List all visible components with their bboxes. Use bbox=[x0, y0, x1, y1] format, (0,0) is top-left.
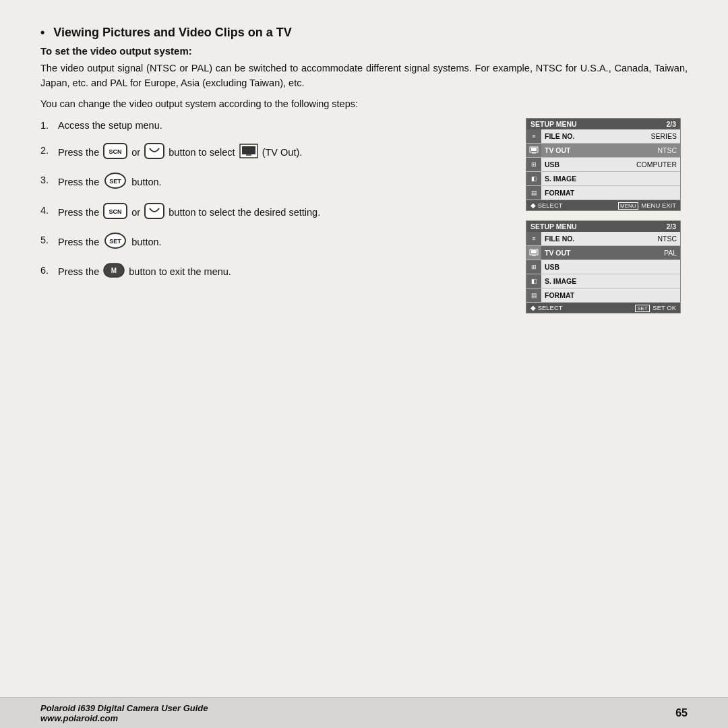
menu-2-icon-3: ⊞ bbox=[526, 260, 541, 274]
menu-2-row-1: ≡ FILE NO. NTSC bbox=[526, 232, 680, 246]
menu-2-value-5 bbox=[640, 294, 680, 297]
steps-column: 1. Access the setup menu. 2. Press the S… bbox=[40, 118, 512, 313]
menu-2-icon-1: ≡ bbox=[526, 232, 541, 245]
menu-2-icon-4: ◧ bbox=[526, 274, 541, 288]
set-button-icon-2: SET bbox=[103, 233, 127, 253]
footer-bar: Polaroid i639 Digital Camera User Guide … bbox=[0, 697, 728, 728]
menu-1-icon-5: ▤ bbox=[526, 186, 541, 200]
content-area: 1. Access the setup menu. 2. Press the S… bbox=[40, 118, 688, 313]
menu-2-title: SETUP MENU bbox=[530, 222, 577, 231]
step-3: 3. Press the SET button. bbox=[40, 173, 512, 193]
svg-text:M: M bbox=[111, 267, 117, 274]
svg-text:SET: SET bbox=[110, 178, 122, 185]
body-text-2: You can change the video output system a… bbox=[40, 96, 688, 111]
svg-text:SCN: SCN bbox=[109, 208, 122, 215]
menu-1-label-3: USB bbox=[541, 159, 633, 170]
menu-2-value-3 bbox=[640, 266, 680, 268]
menu-2-row-3: ⊞ USB bbox=[526, 260, 680, 274]
down-button-icon bbox=[144, 143, 164, 163]
scn-button-icon: SCN bbox=[103, 143, 127, 163]
menu-1: SETUP MENU 2/3 ≡ FILE NO. SERIES TV OUT … bbox=[526, 118, 681, 211]
menu-1-header: SETUP MENU 2/3 bbox=[526, 119, 680, 129]
menu-2-label-1: FILE NO. bbox=[541, 233, 640, 244]
step-5: 5. Press the SET button. bbox=[40, 233, 512, 253]
footer-line2: www.polaroid.com bbox=[40, 713, 208, 723]
svg-rect-4 bbox=[242, 146, 255, 154]
subtitle: To set the video output system: bbox=[40, 45, 688, 57]
menu-1-title: SETUP MENU bbox=[530, 120, 577, 128]
menu-2-row-4: ◧ S. IMAGE bbox=[526, 274, 680, 289]
menu-2-row-2: TV OUT PAL bbox=[526, 246, 680, 260]
tv-out-icon bbox=[239, 144, 258, 162]
menu-1-footer: ◆ SELECT MENU MENU EXIT bbox=[526, 200, 680, 210]
step-1: 1. Access the setup menu. bbox=[40, 118, 512, 133]
menu-2-row-5: ▤ FORMAT bbox=[526, 289, 680, 303]
footer-left: Polaroid i639 Digital Camera User Guide … bbox=[40, 703, 208, 723]
page-number: 65 bbox=[675, 707, 688, 719]
menu-1-row-4: ◧ S. IMAGE bbox=[526, 172, 680, 186]
scn-button-icon-2: SCN bbox=[103, 203, 127, 223]
menu-1-value-1: SERIES bbox=[640, 131, 680, 142]
menu-2-label-2: TV OUT bbox=[541, 247, 640, 258]
menu-1-icon-4: ◧ bbox=[526, 172, 541, 185]
menu-1-icon-3: ⊞ bbox=[526, 158, 541, 171]
page: • Viewing Pictures and Video Clips on a … bbox=[0, 0, 728, 728]
down-button-icon-2 bbox=[144, 203, 164, 223]
menu-1-label-5: FORMAT bbox=[541, 187, 640, 198]
menu-2-page: 2/3 bbox=[666, 222, 676, 231]
menu-1-row-3: ⊞ USB COMPUTER bbox=[526, 158, 680, 172]
menu-2-value-4 bbox=[640, 280, 680, 282]
step-2: 2. Press the SCN or bbox=[40, 143, 512, 163]
svg-text:SCN: SCN bbox=[109, 148, 122, 155]
menu-1-row-5: ▤ FORMAT bbox=[526, 186, 680, 200]
menu-2-label-4: S. IMAGE bbox=[541, 276, 640, 286]
footer-line1: Polaroid i639 Digital Camera User Guide bbox=[40, 703, 208, 713]
svg-rect-19 bbox=[531, 250, 537, 253]
menu-1-label-2: TV OUT bbox=[541, 145, 640, 156]
step-6: 6. Press the M button to exit the menu. bbox=[40, 263, 512, 282]
menu-1-value-3: COMPUTER bbox=[633, 159, 680, 170]
menu-2-footer-right: SET SET OK bbox=[635, 304, 676, 311]
menu-1-footer-left: ◆ SELECT bbox=[530, 202, 563, 209]
menu-2-footer: ◆ SELECT SET SET OK bbox=[526, 303, 680, 313]
menu-2-value-2: PAL bbox=[640, 247, 680, 258]
menu-1-icon-2 bbox=[526, 144, 541, 157]
menu-2: SETUP MENU 2/3 ≡ FILE NO. NTSC TV OUT PA… bbox=[526, 220, 681, 313]
menu-2-header: SETUP MENU 2/3 bbox=[526, 221, 680, 232]
menu-1-row-2: TV OUT NTSC bbox=[526, 144, 680, 158]
body-text-1: The video output signal (NTSC or PAL) ca… bbox=[40, 61, 688, 91]
menu-2-footer-left: ◆ SELECT bbox=[530, 304, 563, 311]
svg-text:SET: SET bbox=[110, 238, 122, 245]
menus-column: SETUP MENU 2/3 ≡ FILE NO. SERIES TV OUT … bbox=[526, 118, 688, 313]
menu-1-label-1: FILE NO. bbox=[541, 131, 640, 142]
menu-1-value-4 bbox=[640, 177, 680, 180]
menu-2-label-5: FORMAT bbox=[541, 290, 640, 301]
m-button-icon: M bbox=[103, 263, 125, 282]
menu-1-value-2: NTSC bbox=[640, 145, 680, 156]
menu-1-label-4: S. IMAGE bbox=[541, 173, 640, 184]
page-title: • Viewing Pictures and Video Clips on a … bbox=[40, 26, 688, 40]
set-button-icon-1: SET bbox=[103, 173, 127, 193]
menu-2-icon-5: ▤ bbox=[526, 289, 541, 302]
menu-1-page: 2/3 bbox=[666, 120, 676, 128]
menu-2-icon-2 bbox=[526, 246, 541, 260]
svg-rect-16 bbox=[531, 148, 537, 151]
step-4: 4. Press the SCN or bbox=[40, 203, 512, 223]
menu-1-footer-right: MENU MENU EXIT bbox=[618, 202, 676, 209]
menu-2-label-3: USB bbox=[541, 262, 640, 272]
menu-2-value-1: NTSC bbox=[640, 233, 680, 244]
menu-1-row-1: ≡ FILE NO. SERIES bbox=[526, 129, 680, 144]
menu-1-icon-1: ≡ bbox=[526, 129, 541, 143]
menu-1-value-5 bbox=[640, 191, 680, 194]
